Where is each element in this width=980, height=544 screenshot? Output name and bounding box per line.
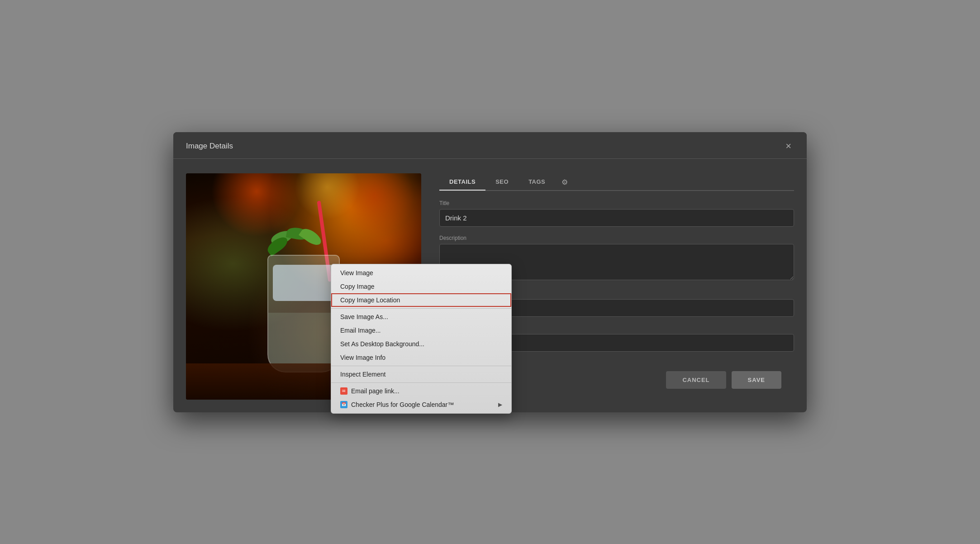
title-label: Title	[439, 200, 794, 206]
ctx-copy-image-location[interactable]: Copy Image Location	[331, 293, 511, 307]
tab-seo[interactable]: SEO	[485, 174, 519, 191]
calendar-icon: 📅	[340, 401, 347, 408]
tabs-row: DETAILS SEO TAGS ⚙	[439, 173, 794, 191]
close-button[interactable]: ×	[783, 140, 794, 152]
description-label: Description	[439, 235, 794, 241]
ctx-set-desktop[interactable]: Set As Desktop Background...	[331, 337, 511, 351]
tab-settings[interactable]: ⚙	[555, 173, 574, 191]
tab-tags[interactable]: TAGS	[519, 174, 555, 191]
ctx-save-image-as[interactable]: Save Image As...	[331, 310, 511, 324]
cancel-button[interactable]: CANCEL	[666, 371, 726, 389]
submenu-arrow: ▶	[498, 401, 502, 408]
glass-body	[267, 255, 340, 372]
email-icon: ✉	[340, 387, 347, 395]
modal-header: Image Details ×	[173, 132, 807, 159]
ctx-checker-plus[interactable]: 📅 Checker Plus for Google Calendar™ ▶	[331, 398, 511, 411]
context-menu: View Image Copy Image Copy Image Locatio…	[331, 264, 512, 414]
title-group: Title	[439, 200, 794, 227]
ctx-email-page-link[interactable]: ✉ Email page link...	[331, 384, 511, 398]
modal-title: Image Details	[186, 142, 233, 151]
ctx-copy-image[interactable]: Copy Image	[331, 280, 511, 293]
image-section: View Image Copy Image Copy Image Locatio…	[186, 173, 421, 400]
ctx-separator-2	[331, 366, 511, 366]
ice	[273, 265, 334, 301]
ctx-inspect-element[interactable]: Inspect Element	[331, 367, 511, 381]
ctx-view-image-info[interactable]: View Image Info	[331, 351, 511, 364]
save-button[interactable]: SAVE	[732, 371, 781, 389]
tab-details[interactable]: DETAILS	[439, 174, 485, 191]
modal-dialog: Image Details ×	[173, 132, 807, 412]
ctx-separator-3	[331, 382, 511, 383]
ctx-view-image[interactable]: View Image	[331, 266, 511, 280]
ctx-email-image[interactable]: Email Image...	[331, 324, 511, 337]
ctx-separator-1	[331, 308, 511, 309]
modal-body: View Image Copy Image Copy Image Locatio…	[173, 159, 807, 412]
title-input[interactable]	[439, 209, 794, 227]
